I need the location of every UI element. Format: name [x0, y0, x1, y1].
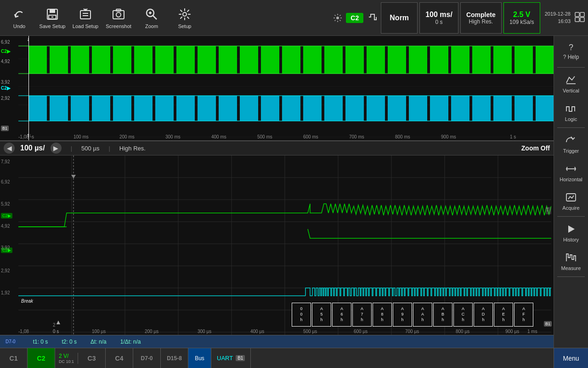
channel-bar: C1 C2 2 V/ DC 10:1 C3 C4 D7-0 D15-8 Bus …	[0, 348, 588, 368]
main-x9: 900 µs	[505, 329, 519, 334]
uart-box-ac: ACh	[453, 303, 473, 327]
sidebar-vertical-button[interactable]: Vertical	[555, 69, 587, 97]
undo-button[interactable]: Undo	[3, 1, 36, 34]
screenshot-button[interactable]: Screenshot	[102, 1, 135, 34]
svg-rect-89	[536, 96, 554, 121]
svg-rect-46	[282, 46, 300, 74]
svg-rect-76	[261, 96, 279, 121]
d7-0-meas-badge: D7-0	[4, 339, 17, 345]
bus-button[interactable]: Bus	[188, 348, 211, 368]
t2-display: t2: 0 s	[62, 339, 77, 345]
ov-y4: 2,92	[1, 96, 10, 101]
ov-y3: 3,92	[1, 80, 10, 85]
sidebar-history-button[interactable]: History	[555, 218, 587, 246]
main-waveform: 7,92 6,92 5,92 4,92 C2▶ C2▶ 3,92 2,92 1,…	[0, 155, 554, 335]
svg-rect-82	[388, 96, 406, 121]
svg-rect-85	[451, 96, 469, 121]
svg-rect-43	[219, 46, 237, 74]
svg-rect-58	[536, 46, 554, 74]
uart-box-ae: AEh	[494, 303, 513, 327]
trigger-mode[interactable]: Norm	[381, 2, 418, 34]
svg-rect-45	[261, 46, 279, 74]
svg-rect-73	[198, 96, 216, 121]
sidebar-acquire-button[interactable]: Acquire	[555, 187, 587, 214]
uart-button[interactable]: UART B1	[211, 348, 251, 368]
svg-rect-20	[580, 17, 584, 22]
uart-box-a9: A9h	[393, 303, 412, 327]
svg-rect-83	[409, 96, 427, 121]
ov-y1: 6,92	[1, 40, 10, 45]
ch1-button[interactable]: C1	[0, 348, 28, 368]
zoom-button[interactable]: Zoom	[135, 1, 168, 34]
save-setup-button[interactable]: Save Setup	[36, 1, 69, 34]
svg-rect-69	[113, 96, 131, 121]
zoom-status-label[interactable]: Zoom Off	[521, 144, 550, 152]
main-x0: -1,08	[18, 329, 29, 334]
ov-y2: 4,92	[1, 59, 10, 64]
svg-rect-66	[50, 96, 68, 121]
voltage-display[interactable]: 2.5 V 109 kSa/s	[503, 2, 540, 34]
sidebar: ? ? Help Vertical Logic Trigger Horizont…	[554, 36, 588, 368]
menu-button[interactable]: Menu	[554, 348, 588, 368]
ch2-button[interactable]: C2	[28, 348, 55, 368]
acquisition-mode[interactable]: Complete High Res.	[460, 2, 502, 34]
main-y7: 7,92	[1, 159, 10, 164]
sidebar-divider-3	[557, 216, 585, 217]
sidebar-horizontal-button[interactable]: Horizontal	[555, 158, 587, 186]
svg-rect-80	[345, 96, 364, 121]
uart-boxes-container: 00h A5h A6h A7h A8h A9h AAh ABh ACh ADh …	[292, 303, 533, 327]
main-y2: 2,92	[1, 268, 10, 273]
overview-waveform: 6,92 C2▶ 4,92 3,92 C2▶ 2,92 ↓ ↑ {"count"…	[0, 36, 554, 141]
ov-x5: 400 ms	[211, 134, 226, 139]
main-y6: 6,92	[1, 179, 10, 184]
ov-x6: 500 ms	[257, 134, 272, 139]
d15-8-button[interactable]: D15-8	[161, 348, 188, 368]
uart-box-a5: A5h	[312, 303, 331, 327]
uart-box-0: 00h	[292, 303, 311, 327]
sidebar-trigger-button[interactable]: Trigger	[555, 130, 587, 157]
sidebar-divider-4	[557, 276, 585, 277]
setup-button[interactable]: Setup	[168, 1, 201, 34]
zoom-timebase[interactable]: 100 µs/	[20, 144, 45, 152]
svg-point-9	[116, 12, 121, 17]
svg-rect-17	[575, 12, 579, 17]
zoom-nav-right[interactable]: ▶	[51, 143, 62, 154]
dt-display: Δt: n/a	[90, 339, 107, 345]
main-c2-label: C2▶	[1, 213, 12, 218]
svg-rect-88	[514, 96, 533, 121]
main-x4: 400 µs	[250, 329, 264, 334]
ov-x9: 800 ms	[395, 134, 410, 139]
sidebar-logic-button[interactable]: Logic	[555, 98, 587, 126]
uart-box-a6: A6h	[332, 303, 351, 327]
svg-marker-27	[568, 225, 575, 233]
svg-rect-65	[28, 96, 47, 121]
svg-rect-40	[155, 46, 174, 74]
zoom-mode: High Res.	[119, 145, 146, 152]
svg-line-24	[568, 196, 570, 199]
svg-rect-68	[92, 96, 110, 121]
measurement-bar: D7-0 t1: 0 s t2: 0 s Δt: n/a 1/Δt: n/a	[0, 335, 554, 348]
trigger-arrow-top: ↓	[27, 36, 29, 42]
svg-rect-72	[176, 96, 195, 121]
svg-line-26	[572, 196, 574, 198]
ch4-button[interactable]: C4	[106, 348, 133, 368]
zoom-nav-left[interactable]: ◀	[4, 143, 15, 154]
uart-box-a7: A7h	[352, 303, 372, 327]
svg-rect-41	[176, 46, 195, 74]
svg-rect-19	[575, 17, 579, 22]
b1-ch-label: B1	[1, 126, 9, 131]
ov-x11: 1 s	[510, 134, 516, 139]
load-setup-button[interactable]: Load Setup	[69, 1, 102, 34]
ov-x8: 700 ms	[349, 134, 364, 139]
sidebar-measure-button[interactable]: Measure	[555, 247, 587, 275]
svg-rect-18	[580, 12, 584, 17]
sidebar-help-button[interactable]: ? ? Help	[555, 38, 587, 65]
ch3-button[interactable]: C3	[78, 348, 106, 368]
d7-0-button[interactable]: D7-0	[133, 348, 161, 368]
main-x3: 300 µs	[198, 329, 211, 334]
timebase-display[interactable]: 100 ms/ 0 s	[419, 2, 458, 34]
zoom-window: 500 µs	[81, 145, 99, 152]
main-x1: 100 µs	[92, 329, 106, 334]
settings-icon[interactable]	[333, 13, 342, 23]
uart-box-aa: AAh	[413, 303, 432, 327]
